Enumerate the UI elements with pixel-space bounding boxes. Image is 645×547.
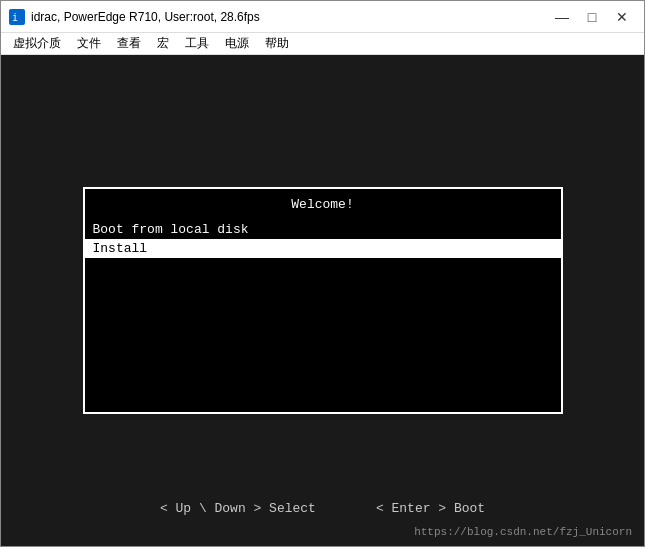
watermark: https://blog.csdn.net/fzj_Unicorn [414, 526, 632, 538]
menu-tools[interactable]: 工具 [177, 33, 217, 54]
svg-text:i: i [12, 12, 18, 23]
menu-virtual-media[interactable]: 虚拟介质 [5, 33, 69, 54]
close-button[interactable]: ✕ [608, 7, 636, 27]
bottom-bar: < Up \ Down > Select < Enter > Boot [1, 501, 644, 516]
menu-help[interactable]: 帮助 [257, 33, 297, 54]
title-bar-text: idrac, PowerEdge R710, User:root, 28.6fp… [31, 10, 548, 24]
maximize-button[interactable]: □ [578, 7, 606, 27]
minimize-button[interactable]: — [548, 7, 576, 27]
menu-entry-install[interactable]: Install [85, 239, 561, 258]
app-icon: i [9, 9, 25, 25]
main-window: i idrac, PowerEdge R710, User:root, 28.6… [0, 0, 645, 547]
menu-macro[interactable]: 宏 [149, 33, 177, 54]
menu-view[interactable]: 查看 [109, 33, 149, 54]
hint-up-down: < Up \ Down > Select [160, 501, 316, 516]
menu-bar: 虚拟介质 文件 查看 宏 工具 电源 帮助 [1, 33, 644, 55]
hint-enter: < Enter > Boot [376, 501, 485, 516]
menu-entry-boot[interactable]: Boot from local disk [85, 220, 561, 239]
terminal-welcome: Welcome! [85, 193, 561, 220]
menu-power[interactable]: 电源 [217, 33, 257, 54]
menu-file[interactable]: 文件 [69, 33, 109, 54]
content-area: Welcome! Boot from local disk Install < … [1, 55, 644, 546]
title-bar: i idrac, PowerEdge R710, User:root, 28.6… [1, 1, 644, 33]
title-bar-buttons: — □ ✕ [548, 7, 636, 27]
terminal-box: Welcome! Boot from local disk Install [83, 187, 563, 414]
terminal-empty-space [85, 258, 561, 408]
